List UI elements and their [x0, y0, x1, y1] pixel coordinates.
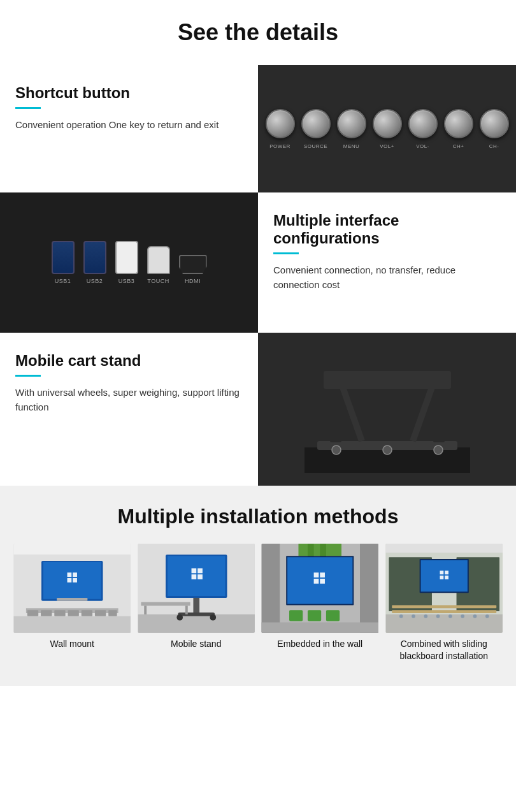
svg-rect-47	[360, 544, 378, 633]
usb3-label: USB3	[118, 278, 135, 284]
usb2-item: USB2	[83, 241, 106, 284]
install-item-mobile-stand: Mobile stand	[137, 544, 256, 663]
svg-rect-59	[308, 610, 321, 621]
embedded-svg	[261, 544, 380, 633]
svg-rect-57	[320, 579, 325, 584]
shortcut-title: Shortcut button	[15, 84, 243, 102]
cart-description: With universal wheels, super weighing, s…	[15, 386, 243, 414]
page-header: See the details	[0, 0, 516, 59]
svg-rect-63	[385, 544, 502, 553]
svg-rect-37	[197, 574, 203, 579]
svg-rect-75	[392, 610, 496, 613]
svg-rect-27	[95, 610, 106, 616]
svg-point-7	[332, 446, 341, 454]
svg-rect-43	[144, 605, 147, 614]
svg-rect-65	[385, 614, 502, 633]
svg-rect-71	[445, 570, 448, 574]
touch-port	[147, 246, 170, 274]
svg-rect-56	[314, 579, 319, 584]
shortcut-accent	[15, 107, 41, 109]
usb3-item: USB3	[115, 241, 138, 284]
svg-rect-46	[262, 544, 280, 633]
svg-point-40	[176, 614, 183, 621]
svg-point-76	[399, 614, 403, 618]
hdmi-port	[179, 255, 207, 274]
wall-mount-label: Wall mount	[50, 638, 94, 651]
label-chplus: CH+	[444, 143, 473, 149]
svg-rect-69	[420, 560, 467, 591]
cart-title: Mobile cart stand	[15, 352, 243, 370]
svg-rect-61	[262, 622, 378, 632]
installation-title: Multiple installation methods	[13, 505, 503, 528]
svg-rect-16	[43, 562, 101, 599]
label-power: POWER	[266, 143, 295, 149]
svg-point-9	[383, 446, 392, 454]
svg-rect-70	[440, 570, 443, 574]
usb-image-panel: USB1 USB2 USB3 TOUCH HDMI	[0, 192, 258, 333]
wall-mount-svg	[13, 544, 132, 633]
hdmi-label: HDMI	[185, 278, 201, 284]
svg-rect-13	[14, 616, 131, 633]
blackboard-image	[385, 544, 504, 633]
svg-rect-3	[433, 384, 445, 442]
svg-line-4	[341, 384, 362, 441]
svg-rect-21	[57, 598, 87, 601]
svg-rect-54	[314, 572, 319, 577]
svg-rect-11	[14, 544, 131, 555]
svg-point-82	[473, 614, 477, 618]
svg-point-77	[412, 614, 415, 618]
hardware-buttons-row	[266, 109, 509, 138]
wall-mount-image	[13, 544, 132, 633]
shortcut-description: Convenient operation One key to return a…	[15, 118, 243, 133]
svg-rect-72	[440, 576, 443, 579]
label-chminus: CH-	[480, 143, 509, 149]
cart-svg	[305, 345, 470, 473]
cart-image-panel	[258, 333, 516, 486]
install-item-embedded: Embedded in the wall	[261, 544, 380, 663]
mobile-stand-image	[137, 544, 256, 633]
svg-rect-74	[392, 605, 496, 608]
svg-point-41	[210, 614, 216, 621]
interface-title: Multiple interface configurations	[273, 212, 501, 247]
page-title: See the details	[13, 19, 503, 46]
svg-rect-34	[191, 569, 196, 574]
svg-rect-55	[320, 572, 325, 577]
usb1-label: USB1	[55, 278, 71, 284]
ch-plus-button	[444, 109, 473, 138]
svg-line-5	[413, 384, 433, 441]
label-volplus: VOL+	[373, 143, 402, 149]
blackboard-label: Combined with sliding blackboard install…	[385, 638, 504, 663]
install-methods-grid: Wall mount	[13, 544, 503, 663]
svg-rect-28	[108, 610, 117, 616]
svg-point-8	[434, 446, 443, 454]
label-menu: MENU	[337, 143, 366, 149]
svg-point-83	[485, 614, 489, 618]
svg-point-80	[448, 614, 452, 618]
label-source: SOURCE	[301, 143, 331, 149]
svg-rect-17	[68, 572, 72, 577]
blackboard-svg	[385, 544, 504, 633]
usb2-label: USB2	[87, 278, 103, 284]
svg-rect-44	[185, 605, 187, 614]
svg-rect-6	[324, 371, 451, 389]
button-labels: POWER SOURCE MENU VOL+ VOL- CH+ CH-	[266, 143, 509, 149]
interface-description: Convenient connection, no transfer, redu…	[273, 263, 501, 292]
usb1-port	[52, 241, 75, 274]
usb3-port	[115, 241, 138, 274]
hdmi-item: HDMI	[179, 255, 207, 284]
power-button	[266, 109, 295, 138]
vol-minus-button	[408, 109, 438, 138]
install-item-blackboard: Combined with sliding blackboard install…	[385, 544, 504, 663]
cart-text-panel: Mobile cart stand With universal wheels,…	[0, 333, 258, 486]
svg-rect-35	[197, 569, 203, 574]
mobile-stand-svg	[137, 544, 256, 633]
svg-rect-38	[193, 598, 199, 614]
shortcut-image-panel: POWER SOURCE MENU VOL+ VOL- CH+ CH-	[258, 65, 516, 192]
embedded-image	[261, 544, 380, 633]
svg-rect-22	[27, 610, 38, 616]
svg-rect-25	[68, 610, 78, 616]
svg-rect-19	[68, 578, 72, 583]
details-section: Shortcut button Convenient operation One…	[0, 65, 516, 486]
svg-rect-26	[82, 610, 92, 616]
svg-rect-73	[445, 576, 448, 579]
